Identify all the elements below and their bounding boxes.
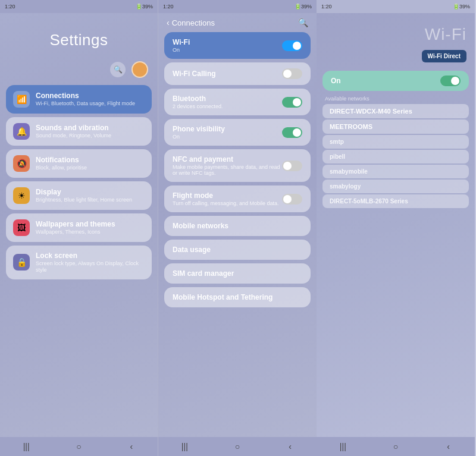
connections-text: Connections Wi-Fi, Bluetooth, Data usage… bbox=[36, 92, 135, 107]
status-icons-3: 🔋39% bbox=[453, 4, 470, 10]
display-text: Display Brightness, Blue light filter, H… bbox=[36, 188, 132, 203]
flight-toggle[interactable] bbox=[282, 194, 302, 205]
connections-header-title: Connections bbox=[172, 18, 215, 27]
nav-bar-2: ||| ○ ‹ bbox=[158, 437, 317, 456]
conn-flight-mode[interactable]: Flight mode Turn off calling, messaging,… bbox=[164, 185, 311, 212]
status-bar-3: 1:20 🔋39% bbox=[317, 0, 475, 13]
conn-mobile-networks[interactable]: Mobile networks bbox=[164, 216, 311, 236]
connections-list: Wi-Fi On Wi-Fi Calling Bluetooth 2 devic… bbox=[158, 32, 317, 307]
wifi-network-smtp[interactable]: smtp bbox=[322, 135, 469, 149]
settings-item-lockscreen[interactable]: 🔒 Lock screen Screen lock type, Always O… bbox=[6, 246, 152, 279]
lockscreen-icon: 🔒 bbox=[13, 254, 30, 271]
wifi-content: Wi-Fi Wi-Fi Direct On Available networks… bbox=[317, 13, 475, 437]
display-subtitle: Brightness, Blue light filter, Home scre… bbox=[36, 197, 132, 203]
conn-mobile-networks-title: Mobile networks bbox=[173, 222, 228, 230]
search-icon[interactable]: 🔍 bbox=[110, 62, 126, 77]
notifications-subtitle: Block, allow, prioritise bbox=[36, 165, 87, 171]
conn-flight-subtitle: Turn off calling, messaging, and Mobile … bbox=[173, 200, 279, 206]
settings-item-connections[interactable]: 📶 Connections Wi-Fi, Bluetooth, Data usa… bbox=[6, 85, 152, 114]
conn-bluetooth[interactable]: Bluetooth 2 devices connected. bbox=[164, 89, 311, 115]
wifi-network-smabymobile[interactable]: smabymobile bbox=[322, 165, 469, 178]
nfc-toggle[interactable] bbox=[282, 161, 302, 171]
settings-content: Settings 🔍 📶 Connections Wi-Fi, Bluetoot… bbox=[0, 13, 158, 437]
connections-icon: 📶 bbox=[13, 91, 30, 108]
conn-sim-card[interactable]: SIM card manager bbox=[164, 263, 311, 284]
conn-mobile-networks-text: Mobile networks bbox=[173, 222, 228, 230]
conn-wifi-text: Wi-Fi On bbox=[173, 38, 190, 53]
bluetooth-toggle[interactable] bbox=[282, 97, 302, 108]
lockscreen-title: Lock screen bbox=[36, 251, 145, 260]
conn-phone-visibility-text: Phone visibility On bbox=[173, 125, 225, 140]
nav-back-1[interactable]: ‹ bbox=[126, 441, 137, 452]
conn-hotspot[interactable]: Mobile Hotspot and Tethering bbox=[164, 287, 311, 307]
panel-settings: 1:20 🔋39% Settings 🔍 📶 Connections Wi-Fi… bbox=[0, 0, 158, 456]
nav-menu-1[interactable]: ||| bbox=[21, 441, 32, 452]
nav-back-3[interactable]: ‹ bbox=[443, 441, 454, 452]
connections-subtitle: Wi-Fi, Bluetooth, Data usage, Flight mod… bbox=[36, 100, 135, 107]
nav-menu-2[interactable]: ||| bbox=[179, 441, 190, 452]
status-time-1: 1:20 bbox=[5, 4, 15, 10]
conn-wifi-title: Wi-Fi bbox=[173, 38, 190, 46]
settings-item-wallpapers[interactable]: 🖼 Wallpapers and themes Wallpapers, Them… bbox=[6, 213, 152, 242]
conn-bluetooth-subtitle: 2 devices connected. bbox=[173, 103, 223, 109]
conn-data-usage[interactable]: Data usage bbox=[164, 240, 311, 260]
nav-home-3[interactable]: ○ bbox=[390, 441, 401, 452]
conn-hotspot-text: Mobile Hotspot and Tethering bbox=[173, 293, 273, 301]
wifi-network-meetrooms[interactable]: MEETROOMS bbox=[322, 119, 469, 134]
settings-item-display[interactable]: ☀ Display Brightness, Blue light filter,… bbox=[6, 181, 152, 210]
conn-data-usage-title: Data usage bbox=[173, 246, 211, 254]
wifi-networks-list: DIRECT-WDCX-M40 Series MEETROOMS smtp pi… bbox=[317, 104, 475, 208]
avatar[interactable] bbox=[131, 61, 148, 78]
wifi-network-direct-5o[interactable]: DIRECT-5oMLB-2670 Series bbox=[322, 194, 469, 208]
conn-data-usage-text: Data usage bbox=[173, 246, 211, 254]
conn-nfc[interactable]: NFC and payment Make mobile payments, sh… bbox=[164, 149, 311, 182]
sounds-icon: 🔔 bbox=[13, 123, 30, 140]
conn-nfc-title: NFC and payment bbox=[173, 155, 282, 163]
status-bar-2: 1:20 🔋39% bbox=[158, 0, 317, 13]
nav-back-2[interactable]: ‹ bbox=[285, 441, 296, 452]
sounds-title: Sounds and vibration bbox=[36, 124, 111, 132]
wifi-main-toggle[interactable] bbox=[440, 76, 461, 86]
sounds-text: Sounds and vibration Sound mode, Rington… bbox=[36, 124, 111, 139]
conn-nfc-text: NFC and payment Make mobile payments, sh… bbox=[173, 155, 282, 176]
phone-visibility-toggle[interactable] bbox=[282, 127, 302, 138]
connections-back[interactable]: ‹ Connections bbox=[167, 18, 215, 27]
nav-menu-3[interactable]: ||| bbox=[337, 441, 348, 452]
lockscreen-subtitle: Screen lock type, Always On Display, Clo… bbox=[36, 260, 145, 273]
panel-wifi: 1:20 🔋39% Wi-Fi Wi-Fi Direct On Availabl… bbox=[317, 0, 475, 456]
wifi-on-label: On bbox=[331, 77, 341, 85]
conn-phone-visibility-title: Phone visibility bbox=[173, 125, 225, 133]
wifi-calling-toggle[interactable] bbox=[282, 68, 302, 79]
wifi-network-direct-wdcx[interactable]: DIRECT-WDCX-M40 Series bbox=[322, 104, 469, 118]
settings-title: Settings bbox=[0, 13, 158, 61]
conn-sim-title: SIM card manager bbox=[173, 269, 234, 278]
conn-wifi-calling-title: Wi-Fi Calling bbox=[173, 70, 216, 78]
conn-wifi-calling-text: Wi-Fi Calling bbox=[173, 70, 216, 78]
conn-sim-text: SIM card manager bbox=[173, 269, 234, 278]
nav-home-2[interactable]: ○ bbox=[232, 441, 243, 452]
notifications-icon: 🔕 bbox=[13, 155, 30, 172]
conn-flight-title: Flight mode bbox=[173, 191, 279, 200]
status-time-2: 1:20 bbox=[163, 4, 174, 10]
wifi-network-pibell[interactable]: pibell bbox=[322, 150, 469, 163]
connections-title: Connections bbox=[36, 92, 135, 100]
wallpapers-icon: 🖼 bbox=[13, 219, 30, 236]
wallpapers-title: Wallpapers and themes bbox=[36, 220, 115, 228]
connections-search-icon[interactable]: 🔍 bbox=[298, 18, 308, 27]
wifi-toggle-row: On bbox=[322, 71, 469, 91]
available-networks-label: Available networks bbox=[317, 91, 475, 104]
wifi-direct-button[interactable]: Wi-Fi Direct bbox=[422, 50, 466, 62]
wifi-toggle[interactable] bbox=[282, 40, 302, 51]
conn-wifi[interactable]: Wi-Fi On bbox=[164, 32, 311, 59]
settings-item-notifications[interactable]: 🔕 Notifications Block, allow, prioritise bbox=[6, 149, 152, 178]
status-icons-1: 🔋39% bbox=[136, 4, 153, 10]
wallpapers-subtitle: Wallpapers, Themes, Icons bbox=[36, 229, 115, 235]
conn-wifi-calling[interactable]: Wi-Fi Calling bbox=[164, 62, 311, 85]
connections-content: ‹ Connections 🔍 Wi-Fi On Wi-Fi Calling bbox=[158, 13, 317, 437]
conn-phone-visibility[interactable]: Phone visibility On bbox=[164, 119, 311, 146]
conn-hotspot-title: Mobile Hotspot and Tethering bbox=[173, 293, 273, 301]
nav-home-1[interactable]: ○ bbox=[73, 441, 84, 452]
settings-item-sounds[interactable]: 🔔 Sounds and vibration Sound mode, Ringt… bbox=[6, 117, 152, 146]
wifi-title-area: Wi-Fi bbox=[317, 13, 475, 50]
wifi-network-smabylogy[interactable]: smabylogy bbox=[322, 180, 469, 193]
